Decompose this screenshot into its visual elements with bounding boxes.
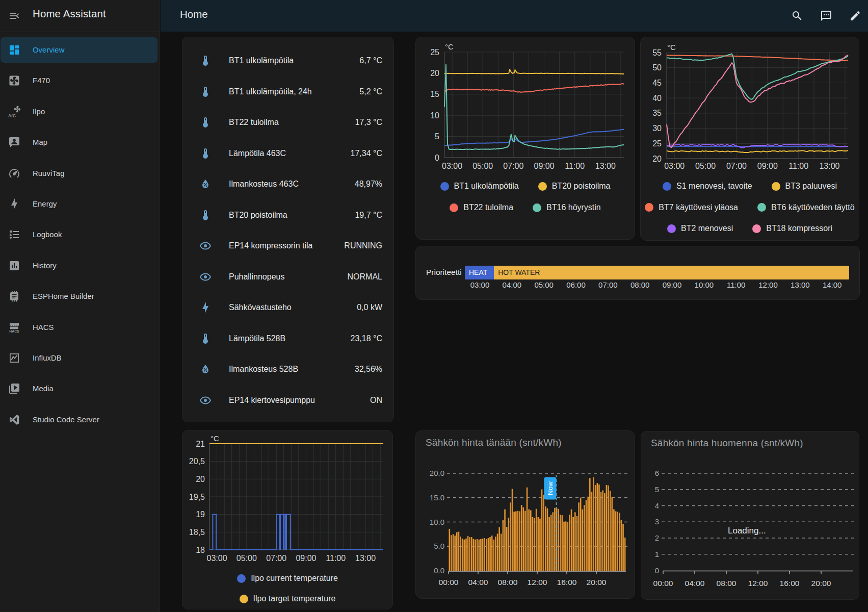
legend-color-dot (240, 595, 248, 603)
entity-row-ep14-kompressorin-tila[interactable]: EP14 kompressorin tilaRUNNING (182, 231, 393, 262)
entity-row-puhallinnopeus[interactable]: PuhallinnopeusNORMAL (182, 262, 393, 293)
entity-state: 32,56% (355, 365, 382, 374)
legend-item-bt7-k-ytt-vesi-yl-osa[interactable]: BT7 käyttövesi yläosa (645, 203, 738, 212)
sidebar-item-f470[interactable]: F470 (1, 68, 157, 93)
priority-axis-tick: 04:00 (503, 280, 522, 289)
priority-segment-heat[interactable]: HEAT (465, 266, 494, 279)
legend-item-bt2-menovesi[interactable]: BT2 menovesi (667, 224, 733, 233)
price-bar (469, 537, 470, 571)
legend-item-ilpo-current-temperature[interactable]: Ilpo current temperature (237, 574, 338, 583)
vscode-icon (8, 414, 20, 426)
entity-row-l-mp-tila-463c[interactable]: Lämpötila 463C17,34 °C (182, 138, 393, 169)
sidebar-item-label: ESPHome Builder (33, 292, 94, 300)
ventilation-temperature-chart[interactable]: 0510152025°C03:0005:0007:0009:0011:0013:… (416, 37, 636, 178)
entity-name: Puhallinnopeus (229, 272, 348, 282)
entity-row-bt22-tuloilma[interactable]: BT22 tuloilma17,3 °C (182, 107, 393, 138)
sidebar-item-influxdb[interactable]: InfluxDB (1, 345, 157, 371)
chip-icon (8, 290, 20, 302)
legend-item-bt6-k-ytt-veden-t-ytt-[interactable]: BT6 käyttöveden täyttö (757, 203, 855, 212)
legend-label: BT3 paluuvesi (785, 182, 837, 191)
y-axis-unit-label: °C (211, 434, 219, 443)
price-bar (582, 509, 584, 571)
legend-item-bt16-h-yrystin[interactable]: BT16 höyrystin (533, 203, 601, 212)
svg-text:HACS: HACS (9, 329, 19, 333)
x-axis-tick-label: 07:00 (266, 554, 286, 563)
price-bar (513, 512, 515, 571)
sidebar-item-media[interactable]: Media (1, 376, 157, 401)
y-axis-tick-label: 5.0 (434, 542, 444, 550)
x-axis-tick-label: 11:00 (326, 554, 346, 563)
legend-item-bt18-kompressori[interactable]: BT18 kompressori (752, 224, 832, 233)
message-processing-icon (820, 10, 832, 22)
sidebar-item-overview[interactable]: Overview (1, 37, 157, 63)
entity-row-s-hk-vastusteho[interactable]: Sähkövastusteho0,0 kW (182, 292, 393, 323)
x-axis-tick-label: 12:00 (748, 579, 768, 588)
lightning-bolt-icon (8, 198, 20, 210)
legend-item-bt20-poistoilma[interactable]: BT20 poistoilma (538, 182, 611, 191)
price-bar (598, 484, 600, 571)
sidebar-item-logbook[interactable]: Logbook (1, 222, 157, 247)
legend-row: BT7 käyttövesi yläosaBT6 käyttöveden täy… (635, 201, 864, 214)
eye-icon (199, 271, 212, 283)
heating-temperature-chart[interactable]: 2025303540455055°C03:0005:0007:0009:0011… (641, 37, 860, 178)
price-bar (489, 537, 491, 571)
eye-icon (199, 394, 212, 406)
sidebar-item-hacs[interactable]: HACSHACS (1, 315, 157, 340)
sidebar-title: Home Assistant (33, 8, 106, 20)
legend-item-bt3-paluuvesi[interactable]: BT3 paluuvesi (772, 182, 837, 191)
legend-color-dot (538, 182, 547, 191)
y-axis-tick-label: 30 (652, 124, 662, 133)
price-bar (532, 517, 534, 571)
priority-axis-tick: 11:00 (727, 280, 745, 289)
legend-item-s1-menovesi-tavoite[interactable]: S1 menovesi, tavoite (663, 182, 752, 191)
entity-row-ilmankosteus-528b[interactable]: Ilmankosteus 528B32,56% (182, 354, 393, 385)
price-tomorrow-chart[interactable]: 012345600:0004:0008:0012:0016:0020:00 (641, 431, 860, 600)
y-axis-tick-label: 35 (652, 109, 662, 117)
legend-item-ilpo-target-temperature[interactable]: Ilpo target temperature (240, 594, 336, 603)
sidebar-item-map[interactable]: Map (1, 130, 157, 155)
entity-name: Lämpötila 528B (229, 334, 351, 343)
priority-timeline-card: Prioriteetti HEATHOT WATER 03:0004:0005:… (415, 246, 860, 300)
sidebar-item-label: Overview (33, 46, 64, 54)
price-bar (523, 507, 524, 571)
entity-row-bt1-ulkol-mp-tila[interactable]: BT1 ulkolämpötila6,7 °C (182, 45, 393, 76)
edit-dashboard-button[interactable] (849, 10, 861, 22)
entity-state: 0,0 kW (357, 303, 382, 312)
sidebar-item-energy[interactable]: Energy (1, 191, 157, 217)
priority-time-axis: 03:0004:0005:0006:0007:0008:0009:0010:00… (465, 280, 849, 290)
legend-row: BT22 tuloilmaBT16 höyrystin (440, 201, 611, 214)
assist-button[interactable] (820, 10, 832, 22)
legend-color-dot (772, 182, 780, 191)
entity-row-bt1-ulkol-mp-tila-24h[interactable]: BT1 ulkolämpötila, 24h5,2 °C (182, 76, 393, 108)
ilpo-temperature-chart[interactable]: 1818,51919,52020,521°C03:0005:0007:0009:… (182, 430, 393, 569)
sidebar-item-label: InfluxDB (33, 354, 62, 362)
legend-item-bt22-tuloilma[interactable]: BT22 tuloilma (450, 203, 513, 212)
price-bar (593, 477, 594, 571)
y-axis-tick-label: 1 (655, 550, 659, 558)
sidebar-item-studio-code-server[interactable]: Studio Code Server (1, 407, 157, 432)
entity-row-ep14-kiertovesipumppu[interactable]: EP14 kiertovesipumppuON (182, 385, 393, 416)
sidebar-item-ilpo[interactable]: A/CIlpo (1, 99, 157, 124)
legend-row: Ilpo current temperature (227, 572, 348, 585)
entity-row-l-mp-tila-528b[interactable]: Lämpötila 528B23,18 °C (182, 323, 393, 354)
x-axis-tick-label: 00:00 (439, 578, 459, 586)
x-axis-tick-label: 07:00 (726, 162, 747, 170)
sidebar-item-esphome-builder[interactable]: ESPHome Builder (1, 284, 157, 309)
view-dashboard-icon (8, 44, 20, 56)
price-bar (586, 500, 587, 571)
price-bar (553, 512, 554, 571)
price-bar (521, 505, 522, 571)
entity-row-ilmankosteus-463c[interactable]: Ilmankosteus 463C48,97% (182, 169, 393, 200)
entity-row-bt20-poistoilma[interactable]: BT20 poistoilma19,7 °C (182, 200, 393, 231)
sidebar-item-ruuvitag[interactable]: RuuviTag (1, 161, 157, 186)
price-today-chart[interactable]: 0.05.010.015.020.000:0004:0008:0012:0016… (416, 431, 636, 599)
priority-timeline-bar[interactable]: HEATHOT WATER (465, 266, 849, 279)
thermometer-icon (199, 55, 212, 67)
search-button[interactable] (791, 10, 803, 22)
menu-toggle-icon[interactable] (8, 10, 20, 22)
sidebar-item-history[interactable]: History (1, 253, 157, 278)
price-bar (545, 506, 546, 571)
legend-item-bt1-ulkol-mp-tila[interactable]: BT1 ulkolämpötila (440, 182, 519, 191)
priority-segment-hot-water[interactable]: HOT WATER (494, 266, 849, 279)
y-axis-tick-label: 10 (430, 111, 439, 120)
